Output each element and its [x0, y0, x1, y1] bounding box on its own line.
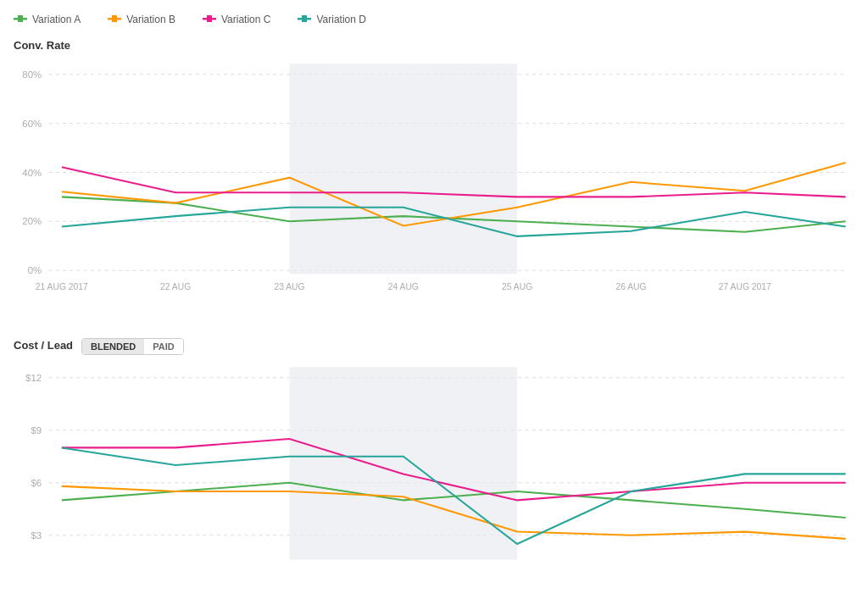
svg-rect-3: [112, 15, 117, 22]
svg-rect-1: [18, 15, 23, 22]
tab-group[interactable]: BLENDED PAID: [81, 338, 184, 355]
cost-lead-svg: $12 $9 $6 $3: [14, 358, 854, 599]
legend-item-variation-c: Variation C: [203, 14, 270, 25]
svg-text:0%: 0%: [28, 265, 42, 275]
conv-rate-chart: 80% 60% 40% 20% 0% 21 AUG 2017 22 AUG 23…: [14, 55, 854, 318]
svg-text:80%: 80%: [22, 69, 42, 80]
variation-c-label: Variation C: [221, 14, 270, 25]
variation-a-swatch: [14, 14, 27, 25]
svg-text:22 AUG: 22 AUG: [160, 282, 191, 291]
tab-blended[interactable]: BLENDED: [82, 339, 144, 354]
svg-text:$6: $6: [31, 478, 42, 488]
cost-lead-title: Cost / Lead: [14, 339, 73, 352]
svg-text:$12: $12: [25, 373, 42, 383]
variation-c-swatch: [203, 14, 216, 25]
svg-text:21 AUG 2017: 21 AUG 2017: [36, 282, 88, 291]
tab-paid[interactable]: PAID: [144, 339, 182, 354]
svg-text:27 AUG 2017: 27 AUG 2017: [719, 282, 771, 291]
legend-item-variation-b: Variation B: [108, 14, 175, 25]
svg-rect-18: [290, 64, 518, 274]
svg-text:20%: 20%: [22, 216, 42, 226]
svg-text:$9: $9: [31, 425, 42, 435]
svg-rect-7: [302, 15, 307, 22]
svg-text:23 AUG: 23 AUG: [274, 282, 304, 291]
svg-text:24 AUG: 24 AUG: [388, 282, 419, 291]
svg-text:40%: 40%: [22, 168, 42, 178]
conv-rate-title: Conv. Rate: [14, 39, 854, 52]
conv-rate-svg: 80% 60% 40% 20% 0% 21 AUG 2017 22 AUG 23…: [14, 55, 854, 318]
legend-item-variation-d: Variation D: [298, 14, 365, 25]
svg-text:25 AUG: 25 AUG: [502, 282, 532, 291]
svg-rect-34: [290, 367, 518, 559]
variation-a-label: Variation A: [32, 14, 81, 25]
variation-d-label: Variation D: [316, 14, 365, 25]
legend-item-variation-a: Variation A: [14, 14, 81, 25]
svg-text:60%: 60%: [22, 119, 42, 129]
variation-d-swatch: [298, 14, 311, 25]
variation-b-label: Variation B: [126, 14, 175, 25]
cost-lead-header: Cost / Lead BLENDED PAID: [14, 338, 854, 355]
svg-rect-5: [207, 15, 212, 22]
svg-text:26 AUG: 26 AUG: [615, 282, 646, 291]
legend: Variation A Variation B Variation C Vari…: [14, 14, 854, 25]
svg-text:$3: $3: [31, 530, 42, 541]
variation-b-swatch: [108, 14, 121, 25]
cost-lead-chart: $12 $9 $6 $3: [14, 358, 854, 599]
